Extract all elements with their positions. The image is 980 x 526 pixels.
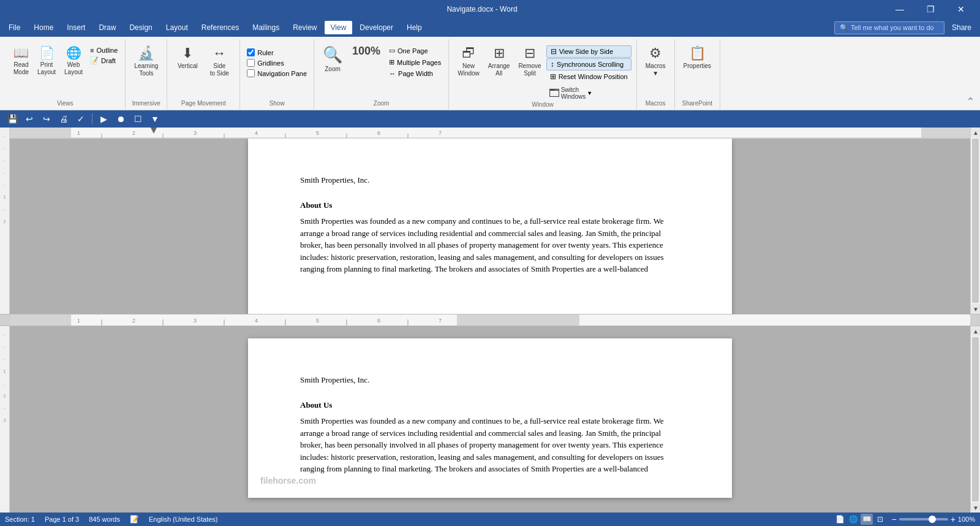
one-page-button[interactable]: ▭ One Page [386, 45, 443, 56]
qa-more-button[interactable]: ▼ [148, 112, 162, 126]
ruler-input[interactable] [247, 48, 255, 56]
zoom-slider[interactable] [899, 518, 948, 520]
menu-draw[interactable]: Draw [92, 21, 122, 34]
qa-play-button[interactable]: ▶ [96, 112, 111, 126]
zoom-slider-thumb[interactable] [929, 516, 936, 523]
new-window-label: NewWindow [458, 63, 480, 77]
web-layout-icon: 🌐 [66, 45, 81, 60]
status-words: 845 words [89, 516, 120, 523]
share-button[interactable]: Share [946, 21, 978, 34]
menu-help[interactable]: Help [401, 21, 428, 34]
view-print-button[interactable]: 📄 [834, 514, 846, 525]
ribbon-collapse-button[interactable]: ⌃ [966, 39, 975, 110]
view-focus-button[interactable]: ⊡ [874, 514, 886, 525]
status-section: Section: 1 [5, 516, 35, 523]
properties-button[interactable]: 📋 Properties [680, 43, 715, 72]
restore-button[interactable]: ❐ [916, 0, 944, 18]
top-document-page[interactable]: Smith Properties, Inc. About Us Smith Pr… [248, 139, 732, 314]
ribbon-group-page-movement: ⬇ Vertical ↔ Sideto Side Page Movement [167, 39, 240, 110]
search-box[interactable]: 🔍 Tell me what you want to do [834, 21, 944, 34]
qa-frame-button[interactable]: ☐ [130, 112, 145, 126]
outline-button[interactable]: ≡ Outline [88, 45, 120, 55]
sharepoint-group-label: SharePoint [682, 100, 712, 109]
scroll-thumb-bottom[interactable] [972, 337, 979, 501]
scroll-down-button[interactable]: ▼ [971, 304, 980, 314]
menu-view[interactable]: View [325, 21, 353, 34]
vertical-button[interactable]: ⬇ Vertical [172, 43, 203, 72]
qa-undo-button[interactable]: ↩ [22, 112, 37, 126]
scroll-down-bottom-button[interactable]: ▼ [971, 503, 980, 513]
gridlines-input[interactable] [247, 59, 255, 67]
zoom-icon: 🔍 [323, 45, 342, 64]
svg-text:4: 4 [255, 130, 258, 136]
synchronous-scrolling-button[interactable]: ↕ Synchronous Scrolling [546, 58, 631, 71]
menu-developer[interactable]: Developer [353, 21, 399, 34]
web-layout-button[interactable]: 🌐 WebLayout [61, 43, 86, 78]
ruler-gray-right [921, 128, 970, 139]
navigation-pane-checkbox[interactable]: Navigation Pane [245, 69, 309, 78]
learning-tools-button[interactable]: 🔬 LearningTools [130, 43, 162, 80]
svg-text:7: 7 [439, 130, 442, 136]
qa-print-button[interactable]: 🖨 [56, 112, 71, 126]
menu-layout[interactable]: Layout [160, 21, 194, 34]
print-layout-label: PrintLayout [37, 61, 56, 76]
macros-label: Macros▼ [646, 63, 666, 77]
view-web-button[interactable]: 🌐 [847, 514, 859, 525]
view-read-button[interactable]: 📖 [861, 514, 873, 525]
ribbon-group-views: 📖 ReadMode 📄 PrintLayout 🌐 WebLayout ≡ O… [5, 39, 126, 110]
remove-split-button[interactable]: ⊟ RemoveSplit [514, 43, 545, 80]
vertical-icon: ⬇ [182, 45, 193, 61]
qa-redo-button[interactable]: ↪ [39, 112, 54, 126]
switch-windows-button[interactable]: 🗔 SwitchWindows ▼ [546, 85, 631, 101]
ruler-checkbox[interactable]: Ruler [245, 48, 309, 57]
ruler-b-mark-8: 3 [0, 414, 9, 427]
macros-button[interactable]: ⚙ Macros▼ [642, 43, 669, 80]
zoom-plus-button[interactable]: + [951, 514, 956, 524]
print-layout-button[interactable]: 📄 PrintLayout [34, 43, 59, 78]
read-mode-icon: 📖 [13, 45, 29, 60]
bottom-document-page[interactable]: Smith Properties, Inc. About Us Smith Pr… [248, 338, 732, 498]
scroll-up-button[interactable]: ▲ [971, 128, 980, 137]
menu-file[interactable]: File [2, 21, 26, 34]
zoom-minus-button[interactable]: − [891, 514, 896, 524]
minimize-button[interactable]: — [886, 0, 914, 18]
ribbon-group-show: Ruler Gridlines Navigation Pane Show [240, 39, 314, 110]
words-label: 845 words [89, 516, 120, 523]
zoom-100-button[interactable]: 100% [349, 43, 384, 60]
menu-references[interactable]: References [195, 21, 245, 34]
vertical-ruler-top: - - - - - 1 - 2 [0, 128, 10, 314]
qa-rec-button[interactable]: ⏺ [113, 112, 128, 126]
qa-check-button[interactable]: ✓ [74, 112, 88, 126]
side-to-side-button[interactable]: ↔ Sideto Side [204, 43, 235, 80]
zoom-label: Zoom [325, 66, 341, 72]
draft-button[interactable]: 📝 Draft [88, 55, 120, 66]
zoom-button[interactable]: 🔍 Zoom [319, 43, 346, 75]
qa-save-button[interactable]: 💾 [5, 112, 20, 126]
menu-design[interactable]: Design [123, 21, 158, 34]
menu-review[interactable]: Review [287, 21, 323, 34]
menu-mailings[interactable]: Mailings [246, 21, 285, 34]
bottom-doc-heading: About Us [300, 400, 680, 410]
arrange-all-button[interactable]: ⊞ ArrangeAll [484, 43, 514, 80]
split-ruler-svg: 1 2 3 4 5 6 7 [10, 314, 970, 326]
status-bar: Section: 1 Page 1 of 3 845 words 📝 Engli… [0, 513, 980, 526]
navigation-pane-input[interactable] [247, 69, 255, 77]
menu-insert[interactable]: Insert [61, 21, 91, 34]
svg-text:4: 4 [255, 318, 258, 324]
status-right: 📄 🌐 📖 ⊡ − + 100% [834, 514, 975, 525]
reset-window-position-button[interactable]: ⊞ Reset Window Position [546, 71, 631, 82]
multiple-pages-button[interactable]: ⊞ Multiple Pages [386, 57, 443, 67]
draft-icon: 📝 [90, 56, 99, 64]
title-bar-title: Navigate.docx - Word [78, 5, 886, 13]
scroll-up-bottom-button[interactable]: ▲ [971, 326, 980, 336]
scroll-thumb-top[interactable] [972, 139, 979, 303]
read-mode-button[interactable]: 📖 ReadMode [10, 43, 32, 78]
new-window-button[interactable]: 🗗 NewWindow [454, 43, 483, 80]
immersive-group-label: Immersive [132, 100, 160, 109]
menu-home[interactable]: Home [28, 21, 59, 34]
view-side-by-side-button[interactable]: ⊟ View Side by Side [546, 45, 631, 58]
close-button[interactable]: ✕ [947, 0, 975, 18]
reset-window-label: Reset Window Position [559, 73, 628, 80]
gridlines-checkbox[interactable]: Gridlines [245, 58, 309, 67]
page-width-button[interactable]: ↔ Page Width [386, 69, 443, 78]
